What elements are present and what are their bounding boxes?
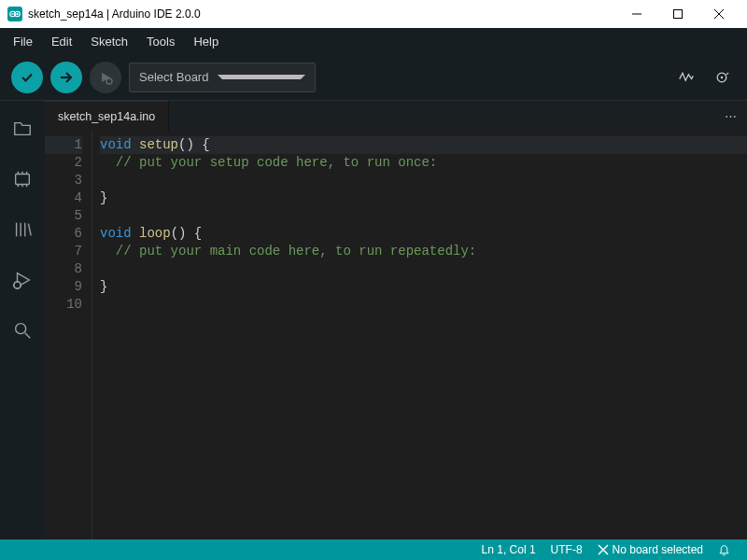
window-title: sketch_sep14a | Arduino IDE 2.0.0 bbox=[28, 7, 616, 21]
menu-file[interactable]: File bbox=[4, 31, 42, 52]
line-number: 1 bbox=[45, 136, 82, 154]
main-area: sketch_sep14a.ino ⋯ 12345678910 void set… bbox=[0, 101, 747, 539]
svg-line-30 bbox=[25, 333, 31, 339]
app-icon bbox=[7, 7, 22, 21]
code-line[interactable] bbox=[100, 296, 747, 314]
tab-overflow-button[interactable]: ⋯ bbox=[715, 101, 747, 131]
line-number: 4 bbox=[45, 189, 82, 207]
line-number: 10 bbox=[45, 296, 82, 314]
svg-rect-6 bbox=[674, 10, 683, 19]
activitybar bbox=[0, 101, 45, 539]
bell-icon bbox=[718, 544, 730, 556]
chevron-down-icon bbox=[218, 75, 305, 79]
verify-button[interactable] bbox=[11, 62, 43, 93]
library-manager-button[interactable] bbox=[4, 211, 41, 248]
toolbar: Select Board bbox=[0, 54, 747, 101]
line-number: 7 bbox=[45, 243, 82, 260]
code-line[interactable] bbox=[100, 172, 747, 189]
menubar: File Edit Sketch Tools Help bbox=[0, 28, 747, 54]
board-select[interactable]: Select Board bbox=[129, 63, 316, 92]
debug-button[interactable] bbox=[90, 62, 121, 93]
serial-monitor-button[interactable] bbox=[708, 63, 736, 91]
menu-sketch[interactable]: Sketch bbox=[81, 31, 137, 52]
code-line[interactable]: // put your setup code here, to run once… bbox=[100, 154, 747, 172]
menu-tools[interactable]: Tools bbox=[137, 31, 184, 52]
status-board[interactable]: No board selected bbox=[590, 543, 711, 556]
sketchbook-button[interactable] bbox=[4, 110, 41, 147]
line-number: 5 bbox=[45, 207, 82, 225]
svg-line-14 bbox=[726, 73, 728, 75]
notifications-button[interactable] bbox=[711, 544, 738, 556]
status-position[interactable]: Ln 1, Col 1 bbox=[474, 543, 543, 556]
tabbar: sketch_sep14a.ino ⋯ bbox=[45, 101, 747, 131]
code-line[interactable]: void loop() { bbox=[100, 225, 747, 243]
svg-rect-15 bbox=[16, 175, 30, 185]
close-button[interactable] bbox=[698, 1, 740, 27]
menu-edit[interactable]: Edit bbox=[42, 31, 81, 52]
code-line[interactable] bbox=[100, 207, 747, 225]
line-number: 6 bbox=[45, 225, 82, 243]
svg-point-29 bbox=[16, 324, 26, 334]
debug-panel-button[interactable] bbox=[4, 261, 41, 299]
search-button[interactable] bbox=[4, 312, 41, 349]
editor-column: sketch_sep14a.ino ⋯ 12345678910 void set… bbox=[45, 101, 747, 539]
code-line[interactable]: } bbox=[100, 189, 747, 207]
code-line[interactable] bbox=[100, 260, 747, 278]
svg-point-11 bbox=[106, 78, 112, 84]
maximize-button[interactable] bbox=[657, 1, 698, 27]
minimize-button[interactable] bbox=[616, 1, 657, 27]
code-editor[interactable]: 12345678910 void setup() { // put your s… bbox=[45, 131, 747, 539]
tab-label: sketch_sep14a.ino bbox=[58, 110, 155, 123]
status-encoding[interactable]: UTF-8 bbox=[543, 543, 590, 556]
code-line[interactable]: // put your main code here, to run repea… bbox=[100, 243, 747, 260]
status-board-text: No board selected bbox=[613, 543, 703, 556]
code-line[interactable]: void setup() { bbox=[100, 136, 747, 154]
close-icon bbox=[598, 544, 609, 555]
menu-help[interactable]: Help bbox=[184, 31, 228, 52]
serial-plotter-button[interactable] bbox=[672, 63, 700, 91]
line-number-gutter: 12345678910 bbox=[45, 131, 92, 539]
statusbar: Ln 1, Col 1 UTF-8 No board selected bbox=[0, 539, 747, 560]
titlebar: sketch_sep14a | Arduino IDE 2.0.0 bbox=[0, 0, 747, 28]
line-number: 8 bbox=[45, 260, 82, 278]
code-line[interactable]: } bbox=[100, 278, 747, 296]
code-area[interactable]: void setup() { // put your setup code he… bbox=[92, 131, 747, 539]
tab-active[interactable]: sketch_sep14a.ino bbox=[45, 101, 169, 131]
upload-button[interactable] bbox=[50, 62, 82, 93]
line-number: 9 bbox=[45, 278, 82, 296]
board-select-label: Select Board bbox=[139, 70, 218, 84]
boards-manager-button[interactable] bbox=[4, 161, 41, 198]
svg-line-25 bbox=[28, 224, 31, 236]
line-number: 3 bbox=[45, 172, 82, 189]
svg-point-13 bbox=[721, 76, 723, 77]
line-number: 2 bbox=[45, 154, 82, 172]
